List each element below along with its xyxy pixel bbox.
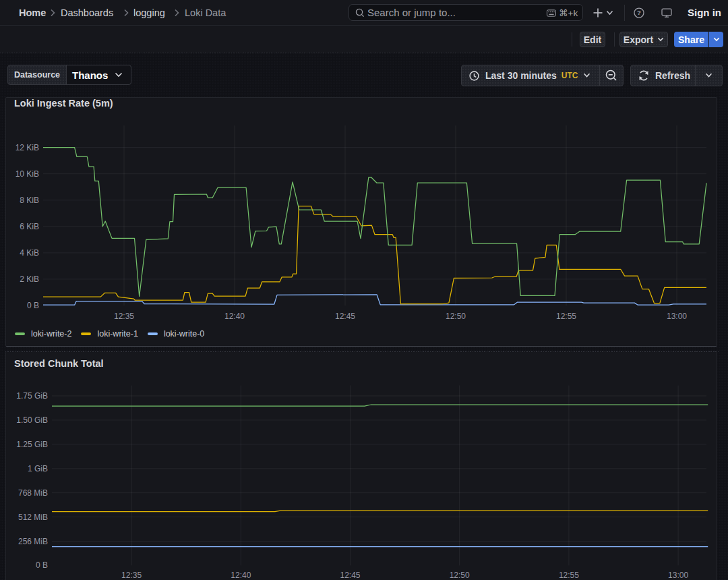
svg-text:13:00: 13:00 [668, 571, 688, 580]
svg-text:256 MiB: 256 MiB [18, 537, 48, 546]
svg-text:12:45: 12:45 [340, 571, 360, 580]
svg-text:512 MiB: 512 MiB [18, 513, 48, 522]
svg-text:1 GiB: 1 GiB [28, 464, 48, 473]
svg-text:10 KiB: 10 KiB [16, 169, 39, 179]
svg-text:4 KiB: 4 KiB [20, 248, 39, 258]
svg-text:1.50 GiB: 1.50 GiB [16, 415, 48, 425]
svg-text:12:50: 12:50 [450, 571, 470, 580]
svg-text:768 MiB: 768 MiB [18, 488, 48, 498]
svg-text:0 B: 0 B [36, 560, 48, 570]
svg-text:2 KiB: 2 KiB [20, 274, 39, 284]
svg-text:1.25 GiB: 1.25 GiB [16, 440, 48, 449]
svg-text:8 KiB: 8 KiB [20, 196, 39, 205]
svg-text:?: ? [637, 9, 641, 16]
svg-text:0 B: 0 B [27, 301, 39, 310]
svg-text:6 KiB: 6 KiB [20, 222, 39, 231]
svg-text:12:40: 12:40 [224, 312, 245, 321]
svg-text:12 KiB: 12 KiB [16, 143, 39, 152]
svg-text:12:35: 12:35 [121, 571, 142, 580]
svg-text:12:45: 12:45 [335, 312, 355, 321]
svg-text:12:35: 12:35 [114, 312, 134, 321]
svg-text:12:50: 12:50 [446, 312, 466, 321]
svg-text:12:40: 12:40 [231, 571, 251, 580]
svg-text:12:55: 12:55 [556, 312, 576, 321]
svg-text:12:55: 12:55 [559, 571, 579, 580]
svg-text:1.75 GiB: 1.75 GiB [16, 391, 48, 401]
svg-text:13:00: 13:00 [667, 312, 687, 321]
